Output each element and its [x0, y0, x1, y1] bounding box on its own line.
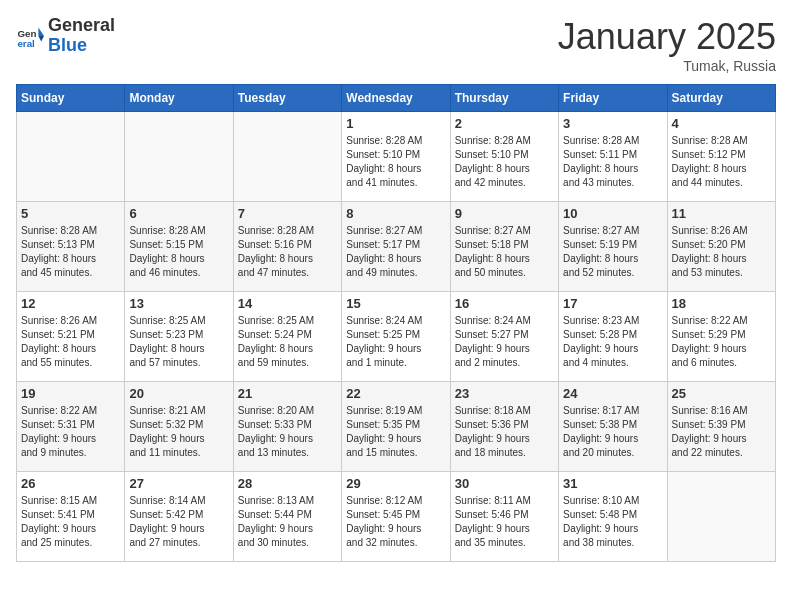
svg-marker-2: [38, 27, 44, 35]
day-info: Sunrise: 8:22 AM Sunset: 5:31 PM Dayligh…: [21, 404, 120, 460]
day-info: Sunrise: 8:28 AM Sunset: 5:13 PM Dayligh…: [21, 224, 120, 280]
day-number: 31: [563, 476, 662, 491]
day-info: Sunrise: 8:28 AM Sunset: 5:15 PM Dayligh…: [129, 224, 228, 280]
day-info: Sunrise: 8:28 AM Sunset: 5:10 PM Dayligh…: [346, 134, 445, 190]
day-number: 9: [455, 206, 554, 221]
day-info: Sunrise: 8:21 AM Sunset: 5:32 PM Dayligh…: [129, 404, 228, 460]
calendar-cell: 28Sunrise: 8:13 AM Sunset: 5:44 PM Dayli…: [233, 472, 341, 562]
day-number: 6: [129, 206, 228, 221]
day-info: Sunrise: 8:28 AM Sunset: 5:11 PM Dayligh…: [563, 134, 662, 190]
logo-text: General Blue: [48, 16, 115, 56]
calendar-cell: 11Sunrise: 8:26 AM Sunset: 5:20 PM Dayli…: [667, 202, 775, 292]
day-number: 30: [455, 476, 554, 491]
day-number: 24: [563, 386, 662, 401]
calendar-row: 5Sunrise: 8:28 AM Sunset: 5:13 PM Daylig…: [17, 202, 776, 292]
day-info: Sunrise: 8:25 AM Sunset: 5:23 PM Dayligh…: [129, 314, 228, 370]
header-cell: Thursday: [450, 85, 558, 112]
day-info: Sunrise: 8:27 AM Sunset: 5:19 PM Dayligh…: [563, 224, 662, 280]
day-number: 5: [21, 206, 120, 221]
day-number: 11: [672, 206, 771, 221]
calendar-cell: 25Sunrise: 8:16 AM Sunset: 5:39 PM Dayli…: [667, 382, 775, 472]
calendar-cell: 23Sunrise: 8:18 AM Sunset: 5:36 PM Dayli…: [450, 382, 558, 472]
calendar-cell: 10Sunrise: 8:27 AM Sunset: 5:19 PM Dayli…: [559, 202, 667, 292]
day-info: Sunrise: 8:24 AM Sunset: 5:25 PM Dayligh…: [346, 314, 445, 370]
day-number: 29: [346, 476, 445, 491]
day-number: 19: [21, 386, 120, 401]
day-info: Sunrise: 8:10 AM Sunset: 5:48 PM Dayligh…: [563, 494, 662, 550]
calendar-cell: 5Sunrise: 8:28 AM Sunset: 5:13 PM Daylig…: [17, 202, 125, 292]
calendar-cell: [17, 112, 125, 202]
day-number: 17: [563, 296, 662, 311]
day-info: Sunrise: 8:24 AM Sunset: 5:27 PM Dayligh…: [455, 314, 554, 370]
calendar-cell: 7Sunrise: 8:28 AM Sunset: 5:16 PM Daylig…: [233, 202, 341, 292]
calendar-cell: 12Sunrise: 8:26 AM Sunset: 5:21 PM Dayli…: [17, 292, 125, 382]
day-number: 23: [455, 386, 554, 401]
day-number: 2: [455, 116, 554, 131]
calendar-cell: 13Sunrise: 8:25 AM Sunset: 5:23 PM Dayli…: [125, 292, 233, 382]
day-info: Sunrise: 8:26 AM Sunset: 5:21 PM Dayligh…: [21, 314, 120, 370]
day-info: Sunrise: 8:26 AM Sunset: 5:20 PM Dayligh…: [672, 224, 771, 280]
svg-marker-3: [38, 36, 44, 42]
header-cell: Wednesday: [342, 85, 450, 112]
day-number: 14: [238, 296, 337, 311]
day-info: Sunrise: 8:27 AM Sunset: 5:18 PM Dayligh…: [455, 224, 554, 280]
day-info: Sunrise: 8:14 AM Sunset: 5:42 PM Dayligh…: [129, 494, 228, 550]
title-block: January 2025 Tumak, Russia: [558, 16, 776, 74]
day-info: Sunrise: 8:17 AM Sunset: 5:38 PM Dayligh…: [563, 404, 662, 460]
header-cell: Monday: [125, 85, 233, 112]
calendar-cell: 18Sunrise: 8:22 AM Sunset: 5:29 PM Dayli…: [667, 292, 775, 382]
day-info: Sunrise: 8:23 AM Sunset: 5:28 PM Dayligh…: [563, 314, 662, 370]
calendar-cell: 19Sunrise: 8:22 AM Sunset: 5:31 PM Dayli…: [17, 382, 125, 472]
calendar-cell: 4Sunrise: 8:28 AM Sunset: 5:12 PM Daylig…: [667, 112, 775, 202]
day-info: Sunrise: 8:22 AM Sunset: 5:29 PM Dayligh…: [672, 314, 771, 370]
day-info: Sunrise: 8:18 AM Sunset: 5:36 PM Dayligh…: [455, 404, 554, 460]
calendar-row: 19Sunrise: 8:22 AM Sunset: 5:31 PM Dayli…: [17, 382, 776, 472]
location: Tumak, Russia: [558, 58, 776, 74]
calendar-row: 12Sunrise: 8:26 AM Sunset: 5:21 PM Dayli…: [17, 292, 776, 382]
header-cell: Saturday: [667, 85, 775, 112]
calendar-cell: 26Sunrise: 8:15 AM Sunset: 5:41 PM Dayli…: [17, 472, 125, 562]
day-number: 4: [672, 116, 771, 131]
calendar-header: SundayMondayTuesdayWednesdayThursdayFrid…: [17, 85, 776, 112]
calendar-row: 1Sunrise: 8:28 AM Sunset: 5:10 PM Daylig…: [17, 112, 776, 202]
calendar-cell: 17Sunrise: 8:23 AM Sunset: 5:28 PM Dayli…: [559, 292, 667, 382]
calendar-cell: 15Sunrise: 8:24 AM Sunset: 5:25 PM Dayli…: [342, 292, 450, 382]
day-number: 28: [238, 476, 337, 491]
calendar-body: 1Sunrise: 8:28 AM Sunset: 5:10 PM Daylig…: [17, 112, 776, 562]
day-info: Sunrise: 8:12 AM Sunset: 5:45 PM Dayligh…: [346, 494, 445, 550]
calendar-cell: 9Sunrise: 8:27 AM Sunset: 5:18 PM Daylig…: [450, 202, 558, 292]
calendar-cell: [233, 112, 341, 202]
calendar-cell: 8Sunrise: 8:27 AM Sunset: 5:17 PM Daylig…: [342, 202, 450, 292]
day-number: 16: [455, 296, 554, 311]
day-number: 13: [129, 296, 228, 311]
day-number: 12: [21, 296, 120, 311]
month-title: January 2025: [558, 16, 776, 58]
calendar-cell: [125, 112, 233, 202]
day-info: Sunrise: 8:25 AM Sunset: 5:24 PM Dayligh…: [238, 314, 337, 370]
calendar-cell: 21Sunrise: 8:20 AM Sunset: 5:33 PM Dayli…: [233, 382, 341, 472]
calendar-cell: [667, 472, 775, 562]
logo-general: General: [48, 16, 115, 36]
day-number: 3: [563, 116, 662, 131]
day-number: 27: [129, 476, 228, 491]
calendar-cell: 29Sunrise: 8:12 AM Sunset: 5:45 PM Dayli…: [342, 472, 450, 562]
header-cell: Sunday: [17, 85, 125, 112]
calendar-cell: 31Sunrise: 8:10 AM Sunset: 5:48 PM Dayli…: [559, 472, 667, 562]
day-number: 22: [346, 386, 445, 401]
page-header: Gen eral General Blue January 2025 Tumak…: [16, 16, 776, 74]
logo-blue: Blue: [48, 36, 115, 56]
day-info: Sunrise: 8:19 AM Sunset: 5:35 PM Dayligh…: [346, 404, 445, 460]
calendar-cell: 22Sunrise: 8:19 AM Sunset: 5:35 PM Dayli…: [342, 382, 450, 472]
header-cell: Tuesday: [233, 85, 341, 112]
day-number: 21: [238, 386, 337, 401]
day-number: 10: [563, 206, 662, 221]
day-info: Sunrise: 8:15 AM Sunset: 5:41 PM Dayligh…: [21, 494, 120, 550]
header-cell: Friday: [559, 85, 667, 112]
day-number: 1: [346, 116, 445, 131]
calendar-cell: 20Sunrise: 8:21 AM Sunset: 5:32 PM Dayli…: [125, 382, 233, 472]
calendar-cell: 14Sunrise: 8:25 AM Sunset: 5:24 PM Dayli…: [233, 292, 341, 382]
day-info: Sunrise: 8:27 AM Sunset: 5:17 PM Dayligh…: [346, 224, 445, 280]
day-number: 7: [238, 206, 337, 221]
calendar-cell: 6Sunrise: 8:28 AM Sunset: 5:15 PM Daylig…: [125, 202, 233, 292]
logo: Gen eral General Blue: [16, 16, 115, 56]
